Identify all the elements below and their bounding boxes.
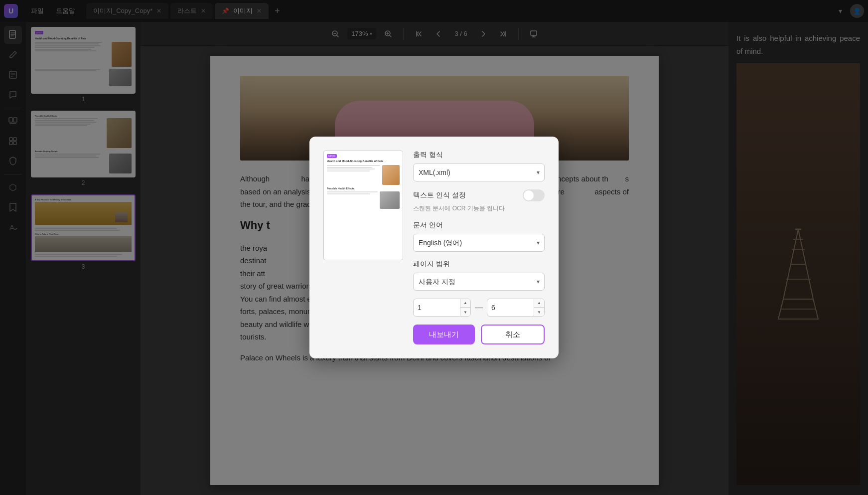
format-select[interactable]: XML(.xml) PDF Word(.docx) xyxy=(413,164,545,181)
page-range-inputs: 1 ▲ ▼ — 6 ▲ ▼ xyxy=(413,299,545,317)
language-select-wrapper: English (영어) Korean (한국어) Japanese (일본어)… xyxy=(413,234,545,252)
page-from-spinners: ▲ ▼ xyxy=(460,299,470,317)
page-to-box: 6 ▲ ▼ xyxy=(487,299,545,317)
preview-title: Health and Mood-Boosting Benefits of Pet… xyxy=(327,160,400,163)
page-range-label: 페이지 범위 xyxy=(413,260,545,269)
page-range-select[interactable]: 사용자 지정 전체 현재 페이지 xyxy=(413,273,545,291)
send-button[interactable]: 내보내기 xyxy=(413,325,475,344)
preview-badge: UPDF xyxy=(327,154,337,158)
format-select-wrapper: XML(.xml) PDF Word(.docx) ▾ xyxy=(413,164,545,181)
ocr-toggle-knob xyxy=(524,190,534,200)
preview-subheader: Possible Health Effects xyxy=(327,187,400,190)
ocr-hint: 스캔된 문서에 OCR 기능을 켭니다 xyxy=(413,204,545,213)
modal-buttons: 내보내기 취소 xyxy=(413,325,545,344)
ocr-label: 텍스트 인식 설정 xyxy=(413,191,466,200)
cancel-button[interactable]: 취소 xyxy=(481,325,545,344)
page-to-value: 6 xyxy=(487,304,534,312)
page-range-select-wrapper: 사용자 지정 전체 현재 페이지 ▾ xyxy=(413,273,545,291)
modal-form: 출력 형식 XML(.xml) PDF Word(.docx) ▾ 텍스트 인식… xyxy=(413,151,545,344)
page-to-down[interactable]: ▼ xyxy=(534,308,544,317)
format-label: 출력 형식 xyxy=(413,151,545,160)
export-modal: UPDF Health and Mood-Boosting Benefits o… xyxy=(309,137,559,358)
modal-preview-image: UPDF Health and Mood-Boosting Benefits o… xyxy=(323,151,403,260)
page-to-up[interactable]: ▲ xyxy=(534,299,544,308)
page-from-box: 1 ▲ ▼ xyxy=(413,299,471,317)
language-select[interactable]: English (영어) Korean (한국어) Japanese (일본어) xyxy=(413,234,545,252)
modal-preview: UPDF Health and Mood-Boosting Benefits o… xyxy=(323,151,403,260)
page-from-value: 1 xyxy=(414,304,460,312)
modal-overlay: UPDF Health and Mood-Boosting Benefits o… xyxy=(0,0,868,495)
page-from-down[interactable]: ▼ xyxy=(460,308,470,317)
language-label: 문서 언어 xyxy=(413,221,545,230)
ocr-toggle[interactable] xyxy=(523,189,545,201)
page-range-dash: — xyxy=(475,303,483,312)
page-from-up[interactable]: ▲ xyxy=(460,299,470,308)
ocr-toggle-row: 텍스트 인식 설정 xyxy=(413,189,545,201)
page-to-spinners: ▲ ▼ xyxy=(534,299,544,317)
